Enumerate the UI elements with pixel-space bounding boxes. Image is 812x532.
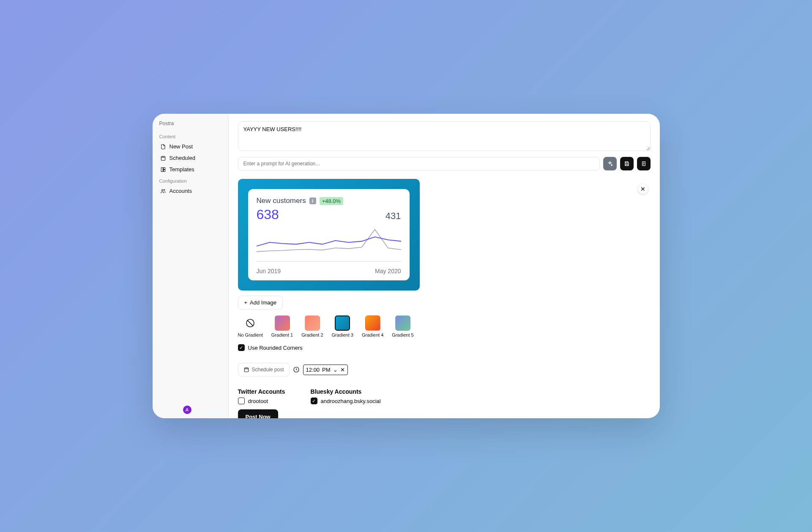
sparkle-icon (607, 161, 613, 167)
bluesky-accounts-title: Bluesky Accounts (311, 388, 381, 395)
start-date: Jun 2019 (257, 268, 281, 274)
svg-rect-0 (161, 156, 165, 160)
svg-rect-1 (161, 167, 163, 171)
no-gradient-icon (243, 315, 258, 331)
svg-rect-10 (244, 368, 248, 372)
info-icon: i (309, 197, 316, 204)
rounded-corners-label: Use Rounded Corners (248, 345, 303, 351)
gradient-swatch (275, 315, 290, 331)
gradient-label: Gradient 2 (301, 332, 323, 337)
nav-label: Scheduled (170, 155, 195, 161)
nav-label: New Post (170, 143, 193, 150)
gradient-2[interactable]: Gradient 2 (301, 315, 323, 337)
stats-card: New customers i +48.0% 638 431 Jun (248, 189, 410, 280)
nav-new-post[interactable]: New Post (157, 141, 224, 152)
calendar-icon (243, 367, 249, 373)
gradient-5[interactable]: Gradient 5 (392, 315, 413, 337)
nav-accounts[interactable]: Accounts (157, 185, 224, 197)
gradient-label: Gradient 3 (332, 332, 353, 337)
twitter-account-checkbox[interactable] (238, 398, 245, 404)
current-value: 638 (257, 207, 279, 222)
chart (257, 224, 401, 264)
clock-icon (293, 366, 300, 373)
svg-point-4 (161, 189, 163, 191)
section-config-label: Configuration (157, 175, 224, 185)
gradient-swatch (365, 315, 380, 331)
add-image-button[interactable]: + Add Image (238, 296, 283, 310)
nav-label: Templates (170, 166, 194, 173)
time-picker[interactable]: 12:00 PM ⌄ ✕ (303, 365, 348, 375)
prev-value: 431 (385, 211, 401, 222)
close-preview-button[interactable]: ✕ (638, 184, 648, 194)
add-image-label: Add Image (250, 299, 276, 306)
layout-icon (160, 167, 166, 173)
ai-generate-button[interactable] (603, 157, 617, 170)
rounded-corners-checkbox[interactable] (238, 344, 245, 351)
gradient-label: Gradient 5 (392, 332, 413, 337)
gradient-label: Gradient 4 (362, 332, 383, 337)
document-button[interactable] (637, 157, 651, 170)
time-value: 12:00 (306, 367, 320, 373)
card-title: New customers (257, 197, 306, 205)
gradient-label: Gradient 1 (271, 332, 293, 337)
section-content-label: Content (157, 131, 224, 141)
main-content: ✕ New customers i +48.0% 638 431 (229, 114, 660, 418)
twitter-account-handle: drootoot (248, 398, 268, 404)
save-icon (624, 161, 630, 167)
svg-point-5 (164, 189, 164, 190)
ai-prompt-input[interactable] (238, 157, 600, 170)
gradient-1[interactable]: Gradient 1 (271, 315, 293, 337)
avatar[interactable]: A (183, 406, 191, 414)
nav-scheduled[interactable]: Scheduled (157, 152, 224, 164)
post-now-button[interactable]: Post Now (238, 409, 278, 418)
compose-textarea[interactable] (238, 121, 651, 151)
clear-time-button[interactable]: ✕ (340, 367, 345, 373)
save-button[interactable] (620, 157, 634, 170)
time-ampm: PM (322, 367, 331, 373)
chevron-down-icon: ⌄ (333, 367, 338, 373)
svg-line-9 (247, 320, 253, 326)
schedule-post-button[interactable]: Schedule post (238, 363, 290, 376)
gradient-4[interactable]: Gradient 4 (362, 315, 383, 337)
gradient-swatch (395, 315, 410, 331)
svg-rect-3 (163, 170, 165, 171)
end-date: May 2020 (375, 268, 401, 274)
gradient-3[interactable]: Gradient 3 (332, 315, 353, 337)
gradient-swatch (335, 315, 350, 331)
bluesky-account-handle: androozhang.bsky.social (321, 398, 381, 404)
file-icon (160, 144, 166, 150)
plus-icon: + (244, 299, 248, 306)
nav-label: Accounts (170, 188, 192, 194)
pct-change-badge: +48.0% (320, 197, 343, 205)
gradient-label: No Gradient (238, 332, 263, 337)
document-icon (641, 161, 647, 167)
bluesky-account-checkbox[interactable] (311, 398, 317, 404)
gradient-swatch (305, 315, 320, 331)
calendar-icon (160, 155, 166, 161)
schedule-label: Schedule post (252, 367, 284, 373)
svg-rect-2 (163, 167, 165, 169)
users-icon (160, 188, 166, 194)
nav-templates[interactable]: Templates (157, 164, 224, 175)
close-icon: ✕ (640, 186, 645, 192)
twitter-accounts-title: Twitter Accounts (238, 388, 285, 395)
preview-frame: New customers i +48.0% 638 431 Jun (238, 179, 420, 291)
brand: Postra (157, 120, 224, 131)
gradient-picker: No Gradient Gradient 1 Gradient 2 Gradie… (238, 315, 651, 337)
gradient-none[interactable]: No Gradient (238, 315, 263, 337)
sidebar: Postra Content New Post Scheduled Templa… (153, 114, 229, 418)
